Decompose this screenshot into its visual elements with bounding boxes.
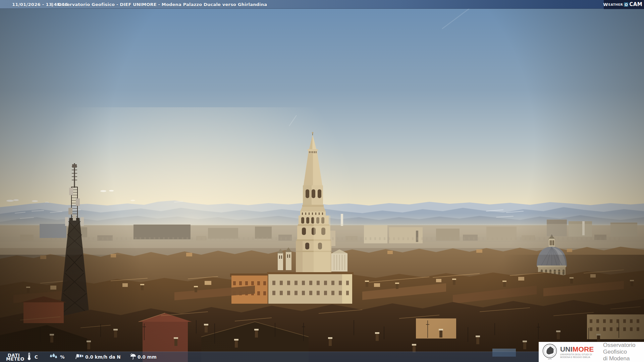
umbrella-rain-icon bbox=[129, 353, 136, 361]
unimore-wordmark-more: MORE bbox=[573, 345, 594, 353]
dati-meteo-label: DATI METEO bbox=[6, 354, 21, 361]
unimore-seal: 1175 bbox=[542, 344, 557, 360]
unimore-subtitle-line1: UNIVERSITÀ DEGLI STUDI DI bbox=[560, 353, 600, 356]
camera-lens-icon bbox=[624, 2, 628, 7]
header-separator: | bbox=[51, 2, 53, 7]
humidity-drops-icon bbox=[49, 353, 58, 361]
modena-panorama bbox=[0, 0, 644, 362]
windsock-icon bbox=[74, 353, 84, 361]
observatory-name: Osservatorio Geofisico di Modena bbox=[603, 342, 644, 362]
page-title: Osservatorio Geofisico - DIEF UNIMORE - … bbox=[58, 2, 267, 7]
header-bar: 11/01/2026 - 13:48:15 | Osservatorio Geo… bbox=[0, 0, 644, 9]
svg-text:1175: 1175 bbox=[548, 358, 552, 360]
unimore-brand-box[interactable]: 1175 UNIMORE UNIVERSITÀ DEGLI STUDI DI M… bbox=[539, 342, 644, 362]
unimore-subtitle-line2: MODENA E REGGIO EMILIA bbox=[560, 356, 600, 359]
temperature-value: C bbox=[35, 354, 38, 360]
weathercam-word-initial: W bbox=[603, 2, 608, 7]
thermometer-icon bbox=[27, 352, 32, 362]
humidity-value: % bbox=[60, 354, 65, 360]
vignette bbox=[0, 0, 644, 362]
weathercam-logo[interactable]: W EATHER CAM bbox=[604, 0, 644, 9]
webcam-photo bbox=[0, 0, 644, 362]
wind-value: 0.0 km/h da N bbox=[85, 354, 121, 360]
unimore-wordmark: UNIMORE UNIVERSITÀ DEGLI STUDI DI MODENA… bbox=[560, 346, 600, 359]
weathercam-cam-label: CAM bbox=[629, 2, 642, 7]
webcam-page: 11/01/2026 - 13:48:15 | Osservatorio Geo… bbox=[0, 0, 644, 362]
rain-value: 0.0 mm bbox=[138, 354, 157, 360]
unimore-wordmark-uni: UNI bbox=[560, 345, 573, 353]
weathercam-word-rest: EATHER bbox=[608, 3, 623, 6]
